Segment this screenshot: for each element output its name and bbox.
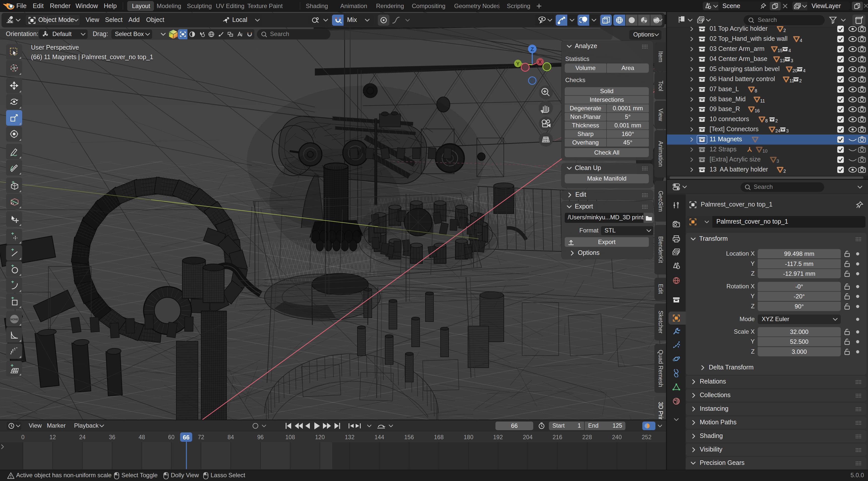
svg-text:Z: Z (530, 46, 534, 53)
svg-text:NONE: NONE (10, 318, 19, 321)
